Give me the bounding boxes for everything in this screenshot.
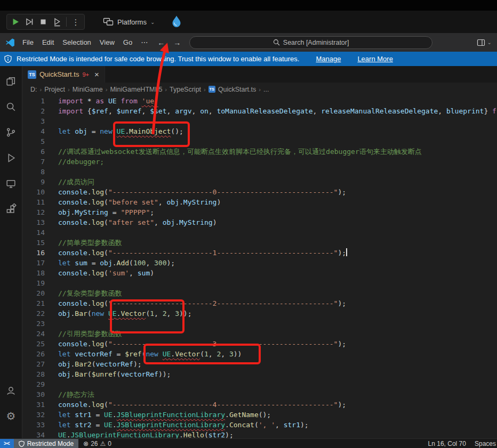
layout-icon: [477, 38, 485, 47]
code-line-8[interactable]: [58, 167, 497, 177]
breadcrumb-item[interactable]: TypeScript: [170, 86, 201, 93]
breadcrumb-item[interactable]: D:: [30, 86, 37, 93]
forward-arrow-icon[interactable]: →: [173, 38, 181, 47]
tab-problems-badge: 9+: [82, 71, 89, 78]
banner-message: Restricted Mode is intended for safe cod…: [17, 55, 299, 63]
code-line-34[interactable]: UE.JSBlueprintFunctionLibrary.Hello(str2…: [58, 430, 497, 438]
code-line-7[interactable]: //debugger;: [58, 157, 497, 167]
breadcrumb-item[interactable]: Project: [44, 86, 65, 93]
playback-controls: ⋮: [6, 14, 85, 30]
launch-icon: [52, 17, 62, 27]
code-line-18[interactable]: console.log('sum', sum): [58, 268, 497, 278]
line-number: 1: [22, 96, 45, 106]
code-line-4[interactable]: let obj = new UE.MainObject();: [58, 126, 497, 136]
error-icon: ⊗: [83, 440, 89, 447]
explorer-icon[interactable]: [3, 72, 20, 89]
restricted-mode-status[interactable]: Restricted Mode: [14, 439, 78, 448]
stop-button[interactable]: [37, 15, 50, 28]
play-icon: [11, 17, 20, 27]
debug-droplet-icon[interactable]: [171, 15, 182, 29]
command-center-search[interactable]: Search [Administrator]: [189, 36, 432, 49]
breadcrumb: D:›Project›MiniGame›MiniGameHTML5›TypeSc…: [22, 83, 497, 96]
code-line-28[interactable]: obj.Bar($unref(vectorRef));: [58, 369, 497, 379]
code-line-22[interactable]: obj.Bar(new UE.Vector(1, 2, 3));: [58, 308, 497, 319]
code-line-12[interactable]: obj.MyString = "PPPPP";: [58, 207, 497, 217]
step-icon: [25, 17, 34, 27]
remote-explorer-icon[interactable]: [3, 175, 20, 192]
code-line-1[interactable]: import * as UE from 'ue': [58, 96, 497, 106]
code-line-26[interactable]: let vectorRef = $ref(new UE.Vector(1, 2,…: [58, 349, 497, 359]
breadcrumb-file[interactable]: QuickStart.ts: [218, 86, 256, 93]
menu-more[interactable]: ⋯: [137, 37, 152, 48]
code-line-19[interactable]: [58, 278, 497, 288]
line-number: 16: [22, 248, 45, 258]
play-button[interactable]: [9, 15, 22, 28]
close-icon[interactable]: ×: [94, 70, 99, 79]
code-line-6[interactable]: //调试器通过websocket发送断点信息，可能断点生效前脚本已经执行完备，可…: [58, 146, 497, 157]
code-line-10[interactable]: console.log("------------------------0--…: [58, 187, 497, 197]
search-text: Search [Administrator]: [283, 39, 349, 46]
learn-more-link[interactable]: Learn More: [357, 55, 392, 63]
step-button[interactable]: [23, 15, 36, 28]
code-line-29[interactable]: [58, 379, 497, 389]
code-line-9[interactable]: //成员访问: [58, 177, 497, 187]
vscode-titlebar: FileEditSelectionViewGo⋯ ← → Search [Adm…: [0, 33, 497, 52]
line-number: 8: [22, 167, 45, 177]
code-line-27[interactable]: obj.Bar2(vectorRef);: [58, 359, 497, 369]
code-lines[interactable]: import * as UE from 'ue'import {$ref, $u…: [58, 96, 497, 438]
code-editor[interactable]: 1234567891011121314151617181920212223242…: [22, 96, 497, 438]
manage-link[interactable]: Manage: [316, 55, 341, 63]
remote-indicator[interactable]: ><: [0, 439, 14, 448]
menu-go[interactable]: Go: [119, 37, 137, 48]
menu-selection[interactable]: Selection: [58, 37, 95, 48]
code-line-11[interactable]: console.log("before set", obj.MyString): [58, 197, 497, 207]
line-number: 15: [22, 238, 45, 248]
code-line-15[interactable]: //简单类型参数函数: [58, 238, 497, 248]
layout-customize-button[interactable]: ⌄: [477, 38, 492, 47]
menu-edit[interactable]: Edit: [38, 37, 58, 48]
settings-gear-icon[interactable]: ⚙: [3, 408, 20, 425]
code-line-14[interactable]: [58, 227, 497, 238]
tab-quickstart[interactable]: TS QuickStart.ts 9+ ×: [22, 66, 105, 83]
code-line-31[interactable]: console.log("------------------------4--…: [58, 400, 497, 410]
breadcrumb-tail[interactable]: ...: [263, 86, 269, 93]
remote-icon: ><: [4, 441, 10, 446]
code-line-32[interactable]: let str1 = UE.JSBlueprintFunctionLibrary…: [58, 410, 497, 420]
run-debug-icon[interactable]: [3, 149, 20, 166]
code-line-33[interactable]: let str2 = UE.JSBlueprintFunctionLibrary…: [58, 420, 497, 430]
line-number: 26: [22, 349, 45, 359]
cursor-position-status[interactable]: Ln 16, Col 70: [428, 440, 466, 447]
launch-button[interactable]: [51, 15, 63, 28]
line-number: 5: [22, 136, 45, 146]
breadcrumb-item[interactable]: MiniGameHTML5: [110, 86, 162, 93]
code-line-13[interactable]: console.log("after set", obj.MyString): [58, 217, 497, 227]
platforms-dropdown[interactable]: Platforms ⌄: [103, 17, 155, 27]
problems-status[interactable]: ⊗ 26 ⚠ 0: [78, 440, 116, 447]
code-line-17[interactable]: let sum = obj.Add(100, 300);: [58, 258, 497, 268]
breadcrumb-separator: ›: [40, 86, 42, 93]
line-number: 25: [22, 339, 45, 349]
indent-status[interactable]: Spaces: [475, 440, 496, 447]
back-arrow-icon[interactable]: ←: [157, 38, 165, 47]
source-control-icon[interactable]: [3, 124, 20, 141]
breadcrumb-item[interactable]: MiniGame: [73, 86, 103, 93]
menu-view[interactable]: View: [95, 37, 119, 48]
code-line-21[interactable]: console.log("------------------------2--…: [58, 298, 497, 308]
account-icon[interactable]: [3, 382, 20, 399]
menu-file[interactable]: File: [18, 37, 38, 48]
code-line-16[interactable]: console.log("------------------------1--…: [58, 248, 497, 258]
search-sidebar-icon[interactable]: [3, 98, 20, 115]
code-line-23[interactable]: [58, 319, 497, 329]
code-line-24[interactable]: //引用类型参数函数: [58, 329, 497, 339]
code-line-2[interactable]: import {$ref, $unref, $set, argv, on, to…: [58, 106, 497, 116]
line-number: 28: [22, 369, 45, 379]
code-line-5[interactable]: [58, 136, 497, 146]
line-number: 20: [22, 288, 45, 298]
code-line-30[interactable]: //静态方法: [58, 389, 497, 400]
more-options-kebab-icon[interactable]: ⋮: [69, 15, 82, 28]
extensions-icon[interactable]: [3, 200, 20, 217]
code-line-3[interactable]: [58, 116, 497, 126]
code-line-25[interactable]: console.log("------------------------3--…: [58, 339, 497, 349]
code-line-20[interactable]: //复杂类型参数函数: [58, 288, 497, 298]
line-number: 6: [22, 146, 45, 157]
